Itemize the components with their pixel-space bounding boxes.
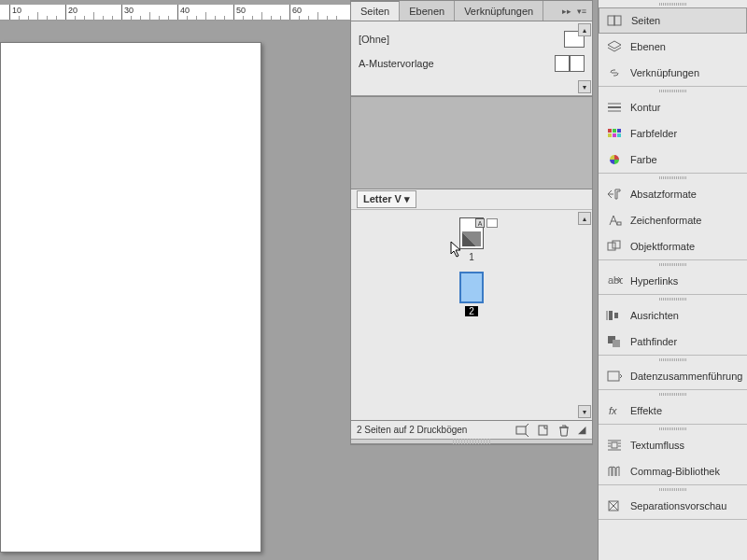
panel-status-bar: 2 Seiten auf 2 Druckbögen ◢	[351, 420, 592, 439]
group-grabber[interactable]	[599, 425, 747, 432]
hyperlink-icon: abc	[606, 273, 623, 288]
tab-ebenen[interactable]: Ebenen	[400, 1, 455, 21]
group-grabber[interactable]	[599, 390, 747, 398]
panel-group: Datenzusammenführung	[599, 356, 747, 390]
collapse-panel-icon[interactable]: ▸▸	[560, 5, 573, 18]
page-thumb[interactable]: A	[459, 217, 484, 249]
panel-group: AusrichtenPathfinder	[599, 295, 747, 356]
panel-pathfinder[interactable]: Pathfinder	[599, 329, 747, 355]
panel-label: Pathfinder	[630, 336, 677, 347]
status-text: 2 Seiten auf 2 Druckbögen	[357, 425, 510, 435]
master-name: A-Mustervorlage	[359, 58, 551, 69]
panel-stroke[interactable]: Kontur	[599, 94, 747, 120]
panel-label: Seiten	[631, 15, 660, 26]
panel-resize-bar[interactable]	[351, 439, 592, 444]
chevron-down-icon: ▾	[404, 193, 410, 204]
panel-swatches[interactable]: Farbfelder	[599, 120, 747, 147]
ruler-tick: 60	[289, 5, 290, 20]
edit-page-size-icon[interactable]	[515, 424, 530, 437]
pathfinder-icon	[606, 334, 623, 349]
svg-rect-18	[613, 340, 620, 347]
master-row-a[interactable]: A-Mustervorlage	[359, 51, 585, 76]
svg-rect-2	[608, 16, 614, 25]
pages-icon	[607, 13, 624, 28]
image-indicator-icon	[486, 218, 498, 228]
page-number: 1	[469, 252, 474, 262]
group-grabber[interactable]	[599, 260, 747, 268]
panel-textwrap[interactable]: Textumfluss	[599, 432, 747, 458]
group-grabber[interactable]	[599, 0, 747, 7]
scroll-up-icon[interactable]: ▴	[578, 212, 591, 225]
panel-label: Hyperlinks	[630, 275, 678, 287]
panel-datamerge[interactable]: Datenzusammenführung	[599, 363, 747, 389]
panel-hyperlink[interactable]: abcHyperlinks	[599, 268, 747, 294]
swatches-icon	[606, 126, 623, 141]
tab-label: Ebenen	[409, 6, 444, 17]
panel-gap	[351, 96, 592, 189]
group-grabber[interactable]	[599, 485, 747, 493]
panel-group: KonturFarbfelderFarbe	[599, 87, 747, 174]
svg-rect-1	[539, 426, 547, 435]
horizontal-ruler: 102030405060	[0, 5, 350, 21]
svg-rect-19	[608, 371, 619, 381]
page-item-2[interactable]: 2	[351, 272, 592, 316]
panel-label: Absatzformate	[630, 189, 697, 200]
panel-para[interactable]: Absatzformate	[599, 181, 747, 207]
panel-tabs: Seiten Ebenen Verknüpfungen ▸▸ ▾≡	[351, 1, 592, 21]
panel-align[interactable]: Ausrichten	[599, 302, 747, 329]
new-page-icon[interactable]	[536, 424, 551, 437]
panel-pages[interactable]: Seiten	[599, 7, 747, 34]
panel-layers[interactable]: Ebenen	[599, 34, 747, 60]
page-number: 2	[465, 306, 478, 316]
panel-group: fxEffekte	[599, 390, 747, 425]
tab-verknuepfungen[interactable]: Verknüpfungen	[455, 1, 543, 21]
master-pages-section: [Ohne] A-Mustervorlage ▴ ▾	[351, 21, 592, 96]
panel-label: Kontur	[630, 102, 660, 113]
master-thumb-right[interactable]	[570, 55, 585, 72]
links-icon	[606, 65, 623, 80]
datamerge-icon	[606, 369, 623, 384]
scroll-up-icon[interactable]: ▴	[578, 23, 591, 36]
page-item-1[interactable]: A 1	[351, 217, 592, 262]
panel-label: Verknüpfungen	[630, 67, 699, 78]
panel-sep[interactable]: Separationsvorschau	[599, 493, 747, 519]
panel-label: Textumfluss	[630, 440, 684, 451]
right-panel-dock: SeitenEbenenVerknüpfungenKonturFarbfelde…	[598, 0, 747, 560]
sep-icon	[606, 498, 623, 513]
svg-rect-7	[608, 133, 612, 137]
panel-fx[interactable]: fxEffekte	[599, 398, 747, 424]
panel-obj[interactable]: Objektformate	[599, 233, 747, 259]
panel-label: Zeichenformate	[630, 215, 701, 226]
panel-links[interactable]: Verknüpfungen	[599, 60, 747, 86]
panel-library[interactable]: Commag-Bibliothek	[599, 458, 747, 484]
svg-rect-4	[608, 129, 612, 133]
scroll-down-icon[interactable]: ▾	[578, 405, 591, 418]
master-name: [Ohne]	[359, 34, 560, 45]
panel-label: Farbe	[630, 154, 657, 165]
obj-icon	[606, 239, 623, 254]
group-grabber[interactable]	[599, 174, 747, 181]
textwrap-icon	[606, 438, 623, 453]
svg-rect-14	[609, 311, 613, 320]
master-row-none[interactable]: [Ohne]	[359, 27, 585, 51]
document-canvas[interactable]	[0, 42, 261, 553]
tab-seiten[interactable]: Seiten	[351, 1, 400, 21]
fx-icon: fx	[606, 403, 623, 418]
group-grabber[interactable]	[599, 295, 747, 302]
page-size-bar: Letter V ▾	[351, 189, 592, 210]
panel-char[interactable]: Zeichenformate	[599, 207, 747, 233]
panel-label: Ebenen	[630, 41, 666, 52]
master-thumb-left[interactable]	[555, 55, 570, 72]
page-size-dropdown[interactable]: Letter V ▾	[357, 190, 416, 208]
group-grabber[interactable]	[599, 356, 747, 363]
panel-menu-icon[interactable]: ▾≡	[575, 5, 588, 18]
scroll-down-icon[interactable]: ▾	[578, 80, 591, 93]
svg-rect-11	[608, 243, 615, 250]
page-thumb[interactable]	[459, 272, 484, 303]
panel-color[interactable]: Farbe	[599, 147, 747, 173]
ruler-tick: 50	[233, 5, 234, 20]
delete-page-icon[interactable]	[557, 424, 571, 437]
resize-grip-icon[interactable]: ◢	[577, 424, 586, 437]
group-grabber[interactable]	[599, 87, 747, 94]
panel-label: Separationsvorschau	[630, 500, 726, 511]
